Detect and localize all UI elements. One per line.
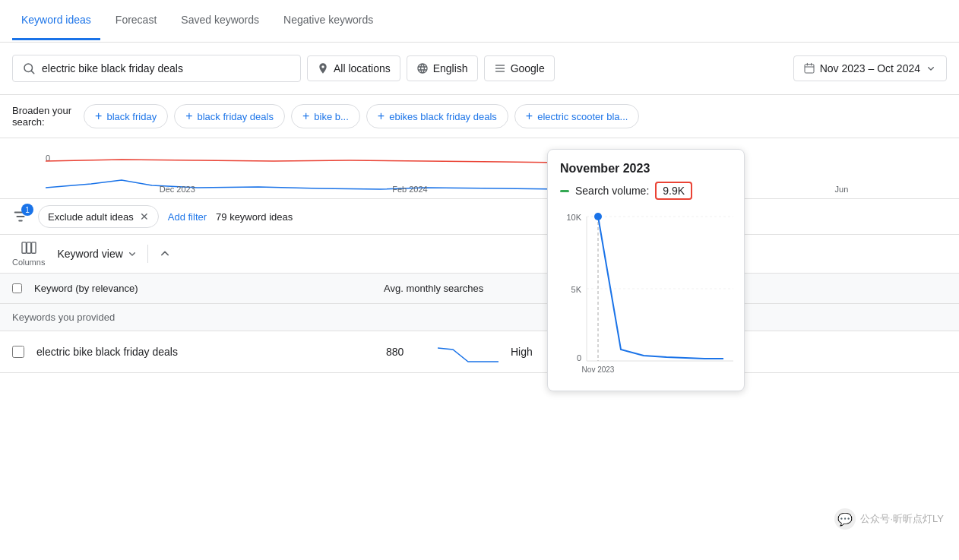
keyword-col-header: Keyword (by relevance) <box>34 283 384 294</box>
language-filter[interactable]: English <box>407 55 478 81</box>
broaden-tag-ebikes[interactable]: + ebikes black friday deals <box>366 104 508 128</box>
engine-filter[interactable]: Google <box>484 55 555 81</box>
tooltip-popup: November 2023 Search volume: 9.9K 10K 5K… <box>547 149 745 391</box>
svg-text:10K: 10K <box>566 213 581 222</box>
svg-rect-2 <box>495 65 505 65</box>
row-checkbox[interactable] <box>12 346 24 358</box>
tab-forecast[interactable]: Forecast <box>106 2 166 40</box>
tooltip-chart-svg: 10K 5K 0 Nov 2023 <box>560 209 733 376</box>
columns-icon <box>21 241 37 255</box>
filter-count-badge: 1 <box>21 204 33 216</box>
keyword-view-label: Keyword view <box>57 248 122 260</box>
date-range-label: Nov 2023 – Oct 2024 <box>820 62 920 74</box>
svg-rect-10 <box>27 242 30 253</box>
trend-chart-area: 0 Dec 2023 Feb 2024 Apr Jun <box>0 138 959 199</box>
section-header: Keywords you provided <box>0 304 959 331</box>
svg-rect-3 <box>495 68 505 68</box>
exclude-adult-chip[interactable]: Exclude adult ideas ✕ <box>38 205 159 228</box>
location-icon <box>317 62 329 74</box>
chart-label-dec: Dec 2023 <box>160 185 195 194</box>
tooltip-search-volume-value: 9.9K <box>655 182 692 200</box>
row-sparkline-chart <box>438 340 498 363</box>
filters-row: 1 Exclude adult ideas ✕ Add filter 79 ke… <box>0 199 959 235</box>
plus-icon: + <box>378 109 385 123</box>
broaden-search-section: Broaden your search: + black friday + bl… <box>0 95 959 138</box>
language-label: English <box>433 62 468 74</box>
broaden-label-2: search: <box>12 116 71 128</box>
locations-filter[interactable]: All locations <box>307 55 400 81</box>
keyword-count-label: 79 keyword ideas <box>216 211 293 223</box>
svg-text:0: 0 <box>577 353 581 362</box>
row-competition-value: High <box>511 346 533 358</box>
plus-icon: + <box>185 109 192 123</box>
date-range-filter[interactable]: Nov 2023 – Oct 2024 <box>793 55 947 81</box>
plus-icon: + <box>526 109 533 123</box>
avg-monthly-col-header: Avg. monthly searches <box>384 283 483 294</box>
watermark-text: 公众号·昕昕点灯LY <box>860 512 944 526</box>
tooltip-dot <box>560 190 569 192</box>
svg-rect-9 <box>22 242 26 253</box>
tooltip-search-volume-row: Search volume: 9.9K <box>560 182 732 200</box>
table-row: electric bike black friday deals 880 Hig… <box>0 331 959 373</box>
svg-text:5K: 5K <box>571 285 582 294</box>
tooltip-chart: 10K 5K 0 Nov 2023 <box>560 209 732 378</box>
chevron-down-icon <box>126 248 138 260</box>
watermark: 💬 公众号·昕昕点灯LY <box>834 508 944 530</box>
engine-icon <box>494 62 506 74</box>
chart-label-jun: Jun <box>835 185 849 194</box>
table-toolbar: Columns Keyword view <box>0 235 959 274</box>
search-icon <box>22 62 36 75</box>
exclude-label: Exclude adult ideas <box>48 211 134 223</box>
search-box[interactable] <box>12 55 301 82</box>
broaden-tag-label: bike b... <box>314 111 349 122</box>
svg-rect-4 <box>495 71 505 71</box>
svg-text:Nov 2023: Nov 2023 <box>582 365 615 374</box>
select-all-checkbox[interactable] <box>12 283 22 293</box>
row-keyword-text: electric bike black friday deals <box>36 346 386 358</box>
tab-saved-keywords[interactable]: Saved keywords <box>172 2 268 40</box>
filter-button[interactable]: 1 <box>12 208 29 225</box>
broaden-tag-label: black friday deals <box>198 111 274 122</box>
add-filter-button[interactable]: Add filter <box>168 211 207 223</box>
chart-label-feb: Feb 2024 <box>392 185 427 194</box>
svg-rect-11 <box>31 242 35 253</box>
broaden-tag-black-friday-deals[interactable]: + black friday deals <box>174 104 285 128</box>
locations-label: All locations <box>334 62 391 74</box>
svg-line-1 <box>31 71 33 73</box>
columns-button[interactable]: Columns <box>12 241 45 267</box>
svg-point-20 <box>594 213 602 220</box>
tooltip-search-volume-label: Search volume: <box>575 185 649 197</box>
plus-icon: + <box>302 109 309 123</box>
search-bar-area: All locations English Google Nov 2023 – … <box>0 43 959 95</box>
top-navigation: Keyword ideas Forecast Saved keywords Ne… <box>0 0 959 43</box>
engine-label: Google <box>511 62 545 74</box>
keyword-view-button[interactable]: Keyword view <box>57 248 138 260</box>
chevron-down-icon <box>925 62 937 74</box>
watermark-icon: 💬 <box>834 508 856 530</box>
search-input[interactable] <box>42 62 270 74</box>
columns-label: Columns <box>12 258 45 267</box>
table-col-headers: Keyword (by relevance) Avg. monthly sear… <box>0 274 959 304</box>
chart-x-labels: Dec 2023 Feb 2024 Apr Jun <box>61 185 947 194</box>
tab-keyword-ideas[interactable]: Keyword ideas <box>12 2 100 40</box>
collapse-button[interactable] <box>157 245 172 263</box>
chevron-up-icon <box>157 245 172 261</box>
broaden-tag-electric-scooter[interactable]: + electric scooter bla... <box>514 104 640 128</box>
broaden-tag-label: electric scooter bla... <box>537 111 628 122</box>
broaden-tag-label: ebikes black friday deals <box>389 111 497 122</box>
tab-negative-keywords[interactable]: Negative keywords <box>274 2 382 40</box>
row-avg-value: 880 <box>386 346 432 358</box>
broaden-label: Broaden your <box>12 105 71 116</box>
broaden-tag-black-friday[interactable]: + black friday <box>84 104 168 128</box>
close-icon[interactable]: ✕ <box>140 210 149 223</box>
tooltip-month: November 2023 <box>560 162 732 176</box>
plus-icon: + <box>95 109 102 123</box>
broaden-tag-label: black friday <box>106 111 157 122</box>
language-icon <box>416 62 429 74</box>
svg-rect-5 <box>805 65 814 73</box>
calendar-icon <box>803 62 815 74</box>
vertical-divider <box>147 245 148 263</box>
broaden-tag-bike-b[interactable]: + bike b... <box>291 104 360 128</box>
